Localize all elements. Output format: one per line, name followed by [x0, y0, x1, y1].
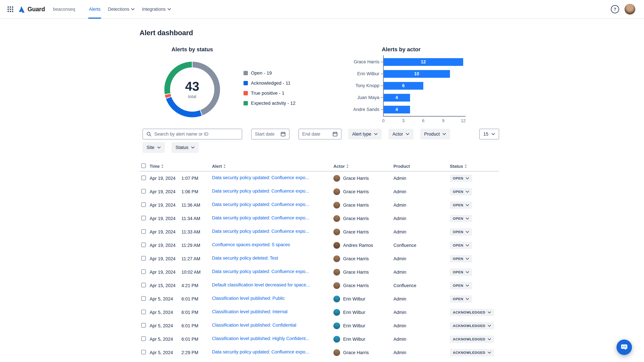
end-date-field[interactable]: End date — [298, 129, 342, 139]
bar-row: Erin Wilbur10 — [314, 68, 463, 80]
search-input[interactable] — [154, 132, 238, 137]
alert-link[interactable]: Classification level published: Internal — [212, 309, 288, 314]
status-filter-dropdown[interactable]: Status — [172, 142, 199, 153]
alert-link[interactable]: Data security policy updated: Confluence… — [212, 202, 309, 207]
status-dropdown[interactable]: OPEN — [450, 295, 472, 303]
row-checkbox[interactable] — [141, 350, 146, 355]
row-checkbox[interactable] — [141, 189, 146, 194]
bar: 4 — [384, 94, 410, 102]
start-date-placeholder: Start date — [255, 132, 274, 137]
nav-tab-integrations[interactable]: Integrations — [138, 0, 175, 18]
time-cell: Apr 15, 20244:21 PM — [150, 283, 212, 288]
alert-link[interactable]: Data security policy updated: Confluence… — [212, 229, 309, 234]
nav-tab-label: Detections — [108, 7, 129, 12]
row-checkbox[interactable] — [141, 269, 146, 274]
product-cell: Admin — [394, 229, 448, 235]
legend-item-expected-activity: Expected activity - 12 — [244, 101, 296, 106]
column-header-time[interactable]: Time — [150, 164, 212, 169]
donut-total-value: 43 — [185, 80, 200, 93]
row-checkbox[interactable] — [141, 243, 146, 247]
column-label: Product — [394, 164, 410, 169]
alert-link[interactable]: Data security policy deleted: Test — [212, 256, 278, 261]
column-header-product: Product — [394, 164, 448, 169]
row-time: 1:06 PM — [182, 189, 198, 194]
table-row: Apr 19, 202410:02 AMData security policy… — [140, 266, 499, 279]
site-dropdown[interactable]: Site — [142, 142, 165, 153]
row-checkbox[interactable] — [141, 216, 146, 220]
chat-widget-button[interactable] — [616, 340, 632, 355]
app-switcher-button[interactable] — [5, 4, 16, 14]
x-axis-ticks: 036912 — [384, 118, 466, 124]
page-title: Alert dashboard — [140, 29, 499, 37]
table-row: Apr 19, 202411:36 AMData security policy… — [140, 198, 499, 212]
status-dropdown[interactable]: OPEN — [450, 228, 472, 236]
actor-cell: Erin Wilbur — [334, 323, 394, 329]
product-dropdown[interactable]: Product — [420, 129, 450, 139]
alert-link[interactable]: Data security policy updated: Confluence… — [212, 215, 309, 221]
status-value: ACKNOWLEDGED — [453, 324, 485, 328]
status-dropdown[interactable]: ACKNOWLEDGED — [450, 322, 494, 330]
product-name: Guard — [28, 6, 45, 13]
dropdown-label: Actor — [392, 132, 403, 137]
row-checkbox[interactable] — [141, 256, 146, 261]
nav-tab-label: Integrations — [142, 7, 166, 12]
status-dropdown[interactable]: OPEN — [450, 201, 472, 209]
alert-link[interactable]: Data security policy updated: Confluence… — [212, 350, 309, 355]
select-all-checkbox[interactable] — [141, 163, 146, 168]
alert-link[interactable]: Classification level published: Highly C… — [212, 336, 310, 341]
row-checkbox[interactable] — [141, 283, 146, 287]
status-dropdown[interactable]: ACKNOWLEDGED — [450, 349, 494, 356]
help-button[interactable]: ? — [611, 5, 619, 13]
alert-link[interactable]: Confluence spaces exported: 5 spaces — [212, 242, 290, 247]
time-cell: Apr 5, 20246:01 PM — [150, 323, 212, 329]
alert-type-dropdown[interactable]: Alert type — [348, 129, 382, 139]
status-dropdown[interactable]: OPEN — [450, 215, 472, 222]
actor-cell: Grace Harris — [334, 229, 394, 235]
chevron-down-icon — [374, 133, 378, 135]
row-checkbox[interactable] — [141, 229, 146, 234]
column-header-status[interactable]: Status — [450, 164, 499, 169]
chevron-down-icon — [466, 191, 469, 193]
actor-chart-title: Alerts by actor — [314, 46, 488, 53]
row-checkbox[interactable] — [141, 336, 146, 341]
status-dropdown[interactable]: OPEN — [450, 242, 472, 249]
status-dropdown[interactable]: ACKNOWLEDGED — [450, 309, 494, 316]
nav-tab-alerts[interactable]: Alerts — [85, 0, 104, 18]
status-dropdown[interactable]: OPEN — [450, 188, 472, 195]
status-dropdown[interactable]: OPEN — [450, 255, 472, 263]
status-dropdown[interactable]: OPEN — [450, 269, 472, 276]
column-header-alert[interactable]: Alert — [212, 164, 334, 169]
alert-link[interactable]: Data security policy updated: Confluence… — [212, 189, 309, 194]
alert-link[interactable]: Data security policy updated: Confluence… — [212, 175, 309, 180]
actor-cell: Andres Ramos — [334, 242, 394, 249]
user-avatar[interactable] — [624, 4, 635, 14]
guard-logo[interactable]: Guard — [18, 6, 45, 13]
alert-link[interactable]: Default classification level decreased f… — [212, 282, 310, 288]
bar: 10 — [384, 70, 450, 78]
row-checkbox[interactable] — [141, 310, 146, 314]
row-checkbox[interactable] — [141, 323, 146, 328]
row-checkbox[interactable] — [141, 202, 146, 207]
actor-cell: Grace Harris — [334, 349, 394, 356]
status-dropdown[interactable]: ACKNOWLEDGED — [450, 336, 494, 343]
row-checkbox[interactable] — [141, 175, 146, 180]
status-dropdown[interactable]: OPEN — [450, 282, 472, 289]
alert-link[interactable]: Data security policy updated: Confluence… — [212, 269, 309, 274]
alert-link[interactable]: Classification level published: Confiden… — [212, 323, 296, 328]
page-size-select[interactable]: 15 — [479, 129, 499, 139]
status-dropdown[interactable]: OPEN — [450, 175, 472, 182]
column-header-actor[interactable]: Actor — [334, 164, 394, 169]
status-value: OPEN — [453, 230, 464, 234]
actor-name: Grace Harris — [343, 229, 369, 235]
actor-name: Erin Wilbur — [343, 297, 365, 302]
start-date-field[interactable]: Start date — [251, 129, 290, 139]
row-date: Apr 19, 2024 — [150, 243, 182, 248]
nav-tab-detections[interactable]: Detections — [104, 0, 138, 18]
alert-link[interactable]: Classification level published: Public — [212, 296, 285, 301]
bar-category-label: Tony Knopp — [314, 83, 379, 88]
row-checkbox[interactable] — [141, 296, 146, 301]
bar-value-label: 4 — [396, 95, 398, 100]
status-value: OPEN — [453, 243, 464, 247]
actor-avatar — [334, 255, 340, 262]
actor-dropdown[interactable]: Actor — [388, 129, 414, 139]
